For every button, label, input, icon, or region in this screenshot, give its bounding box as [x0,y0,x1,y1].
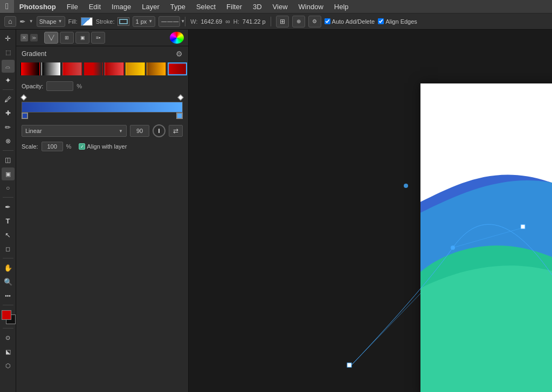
shape-dropdown[interactable]: Shape ▼ [37,16,65,27]
svg-point-8 [404,184,408,188]
width-value[interactable]: 1642.69 [201,18,222,25]
tool-brush[interactable]: ✏ [2,121,15,134]
angle-dial[interactable] [153,124,165,137]
angle-input[interactable] [130,125,149,137]
tool-lasso[interactable]: ⌓ [2,60,15,73]
home-button[interactable]: ⌂ [4,16,16,27]
pct-label: % [77,83,82,89]
panel-expand-btn[interactable]: ≫ [30,34,38,41]
tool-eraser[interactable]: ◫ [2,153,15,166]
menu-3d[interactable]: 3D [247,0,267,13]
path-ops-btn[interactable]: ⊕ [292,16,305,27]
tool-extra2[interactable]: ⬕ [2,345,15,358]
view-grid-btn[interactable]: ⊞ [60,32,74,44]
menu-filter[interactable]: Filter [221,0,247,13]
scale-pct-label: % [66,143,72,150]
tool-shape[interactable]: ◻ [2,242,15,255]
gradient-title: Gradient [22,50,176,58]
canvas-area[interactable] [189,30,552,392]
stop-sq-left[interactable] [22,113,28,119]
tool-separator [3,89,13,90]
view-slash-btn[interactable]: ╲╱ [44,32,58,44]
tool-eyedropper[interactable]: 🖉 [2,93,15,106]
gradient-swatch-4[interactable] [84,62,103,75]
menu-file[interactable]: File [61,0,84,13]
settings-btn[interactable]: ⚙ [308,16,321,27]
gradient-row-1 [20,62,166,75]
gradient-swatch-2[interactable] [42,62,61,75]
foreground-color[interactable] [2,310,11,320]
menu-help[interactable]: Help [329,0,354,13]
tool-move[interactable]: ✛ [2,32,15,45]
auto-add-delete-checkbox[interactable] [325,18,330,24]
gradient-type-dropdown[interactable]: Linear ▼ [22,125,127,137]
menu-type[interactable]: Type [165,0,191,13]
gradient-swatch-5[interactable] [105,62,124,75]
tool-zoom[interactable]: 🔍 [2,275,15,288]
view-detail-btn[interactable]: ≡▪ [91,32,105,44]
align-with-layer-label[interactable]: ✓ Align with layer [79,143,127,150]
stroke-style-dropdown[interactable]: ——— ▼ [158,16,180,27]
tool-extra1[interactable]: ⊙ [2,331,15,344]
stop-diamond-right[interactable] [177,94,183,100]
menu-edit[interactable]: Edit [84,0,106,13]
menu-layer[interactable]: Layer [136,0,165,13]
align-edges-label[interactable]: Align Edges [378,18,417,25]
gradient-settings-icon[interactable]: ⚙ [176,50,183,58]
fill-swatch[interactable] [81,17,93,26]
tool-type[interactable]: T [2,214,15,227]
gradient-swatch-8[interactable] [168,62,187,75]
color-wheel-btn[interactable] [170,32,184,44]
panel-close-btn[interactable]: ✕ [20,34,28,41]
auto-add-delete-label[interactable]: Auto Add/Delete [325,18,375,25]
options-chevron[interactable]: ▼ [29,19,33,24]
gradient-swatch-1[interactable] [20,62,40,75]
opacity-row: Opacity: % [16,79,188,93]
panel-tab-bar: ✕ ≫ ╲╱ ⊞ ▣ ≡▪ [16,30,188,46]
stop-sq-right[interactable] [176,113,183,119]
color-swatches[interactable] [1,310,16,325]
gradient-panel: ✕ ≫ ╲╱ ⊞ ▣ ≡▪ Gradient ⚙ [16,30,189,392]
tool-extra3[interactable]: ⬡ [2,359,15,372]
gradient-stop-bottom-row [22,113,183,119]
align-distribute-btn[interactable]: ⊞ [276,16,289,27]
menu-view[interactable]: View [267,0,293,13]
apple-menu[interactable]:  [0,0,14,13]
link-icon[interactable]: ∞ [225,18,230,25]
align-with-layer-checkbox[interactable]: ✓ [79,143,85,150]
tool-dodge[interactable]: ○ [2,181,15,194]
angle-dial-indicator [158,129,160,133]
tool-magic-wand[interactable]: ✦ [2,74,15,87]
scale-input[interactable] [42,142,63,151]
reverse-gradient-btn[interactable]: ⇄ [169,125,183,137]
tool-marquee[interactable]: ⬚ [2,46,15,59]
tool-path-select[interactable]: ↖ [2,228,15,241]
align-edges-checkbox[interactable] [378,18,384,24]
tool-gradient[interactable]: ▣ [2,167,15,180]
fill-label: Fill: [68,18,78,25]
menu-photoshop[interactable]: Photoshop [14,0,61,13]
menu-window[interactable]: Window [293,0,329,13]
tool-hand[interactable]: ✋ [2,261,15,274]
gradient-swatch-6[interactable] [126,62,145,75]
stroke-size-dropdown[interactable]: 1 px ▼ [133,16,155,27]
opacity-input[interactable] [46,81,73,91]
gradient-bar[interactable] [22,102,183,113]
opacity-label: Opacity: [22,83,43,89]
menu-image[interactable]: Image [106,0,136,13]
stop-diamond-left[interactable] [20,94,26,100]
left-toolbar: ✛ ⬚ ⌓ ✦ 🖉 ✚ ✏ ⊗ ◫ ▣ ○ ✒ T ↖ ◻ ✋ 🔍 ••• ⊙ … [0,30,16,392]
gradient-swatch-7[interactable] [147,62,166,75]
main-area: ✛ ⬚ ⌓ ✦ 🖉 ✚ ✏ ⊗ ◫ ▣ ○ ✒ T ↖ ◻ ✋ 🔍 ••• ⊙ … [0,30,552,392]
height-value[interactable]: 741.22 p [243,18,266,25]
tool-pen[interactable]: ✒ [2,200,15,213]
view-large-btn[interactable]: ▣ [75,32,89,44]
tool-stamp[interactable]: ⊗ [2,135,15,148]
pen-tool-options-icon: ✒ [19,17,26,26]
stroke-swatch[interactable] [118,17,129,26]
tool-more[interactable]: ••• [2,289,15,302]
menu-select[interactable]: Select [191,0,221,13]
gradient-swatch-3[interactable] [63,62,82,75]
gradient-options-row: Linear ▼ ⇄ [16,121,188,141]
tool-heal[interactable]: ✚ [2,107,15,120]
